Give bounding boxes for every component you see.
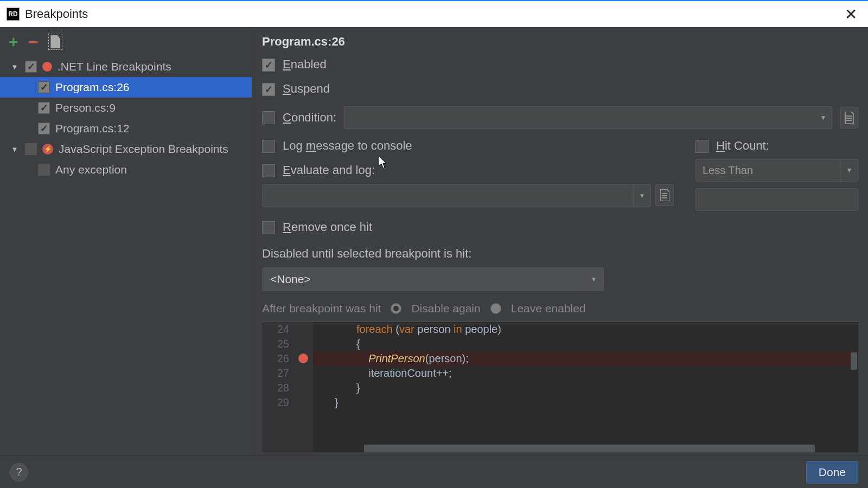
dropdown-icon[interactable]: ▼ <box>584 268 603 291</box>
enabled-checkbox[interactable] <box>262 59 275 72</box>
item-checkbox[interactable] <box>38 164 50 176</box>
code-line: } <box>313 381 858 395</box>
group-by-file-icon[interactable] <box>48 34 62 50</box>
line-num: 25 <box>262 337 289 351</box>
breakpoints-tree[interactable]: .NET Line Breakpoints Program.cs:26 Pers… <box>0 56 252 455</box>
evaluate-log-checkbox[interactable] <box>262 164 275 177</box>
group-label: .NET Line Breakpoints <box>58 60 171 73</box>
enabled-label: Enabled <box>283 57 327 72</box>
expand-icon[interactable] <box>10 144 20 154</box>
tree-group-js-exception[interactable]: ⚡ JavaScript Exception Breakpoints <box>0 139 252 159</box>
item-label: Program.cs:26 <box>55 81 130 94</box>
group-checkbox[interactable] <box>25 61 37 73</box>
radio-leave-enabled[interactable] <box>490 303 501 314</box>
suspend-checkbox[interactable] <box>262 83 275 96</box>
evaluate-log-input[interactable]: ▼ <box>262 184 651 207</box>
condition-label: Condition: <box>283 111 336 125</box>
item-checkbox[interactable] <box>38 123 50 134</box>
condition-dropdown-icon[interactable]: ▼ <box>815 106 832 129</box>
expand-icon[interactable] <box>10 62 20 72</box>
disabled-until-select[interactable]: <None> ▼ <box>262 267 604 291</box>
code-preview: 24 25 26 27 28 29 foreach (var person in… <box>262 322 858 452</box>
line-num: 28 <box>262 381 289 395</box>
log-message-checkbox[interactable] <box>262 140 275 153</box>
radio-leave-label: Leave enabled <box>511 302 586 315</box>
breakpoint-details-panel: Program.cs:26 Enabled Suspend Condition:… <box>252 27 868 455</box>
line-num: 29 <box>262 395 289 410</box>
log-message-label: Log message to console <box>283 139 412 153</box>
close-icon[interactable]: ✕ <box>840 3 861 25</box>
remove-once-hit-checkbox[interactable] <box>262 221 275 234</box>
dropdown-icon[interactable]: ▼ <box>840 159 858 181</box>
item-label: Person.cs:9 <box>55 101 116 114</box>
group-checkbox[interactable] <box>25 143 37 155</box>
hit-count-mode-value: Less Than <box>703 164 753 177</box>
code-body: foreach (var person in people) { PrintPe… <box>313 322 858 452</box>
done-button[interactable]: Done <box>806 461 858 484</box>
hit-count-checkbox[interactable] <box>695 140 709 153</box>
suspend-label: Suspend <box>283 82 330 97</box>
condition-input[interactable] <box>344 106 817 129</box>
exception-icon: ⚡ <box>42 144 53 155</box>
line-gutter: 24 25 26 27 28 29 <box>262 322 293 452</box>
expand-editor-icon[interactable] <box>655 184 674 206</box>
code-line: iterationCount++; <box>313 366 858 381</box>
hit-count-value-input[interactable] <box>695 188 858 211</box>
horizontal-scrollbar[interactable] <box>364 445 815 452</box>
titlebar: RD Breakpoints ✕ <box>0 0 868 27</box>
radio-disable-again[interactable] <box>391 303 401 314</box>
tree-item-any-exception[interactable]: Any exception <box>0 159 252 180</box>
line-num: 24 <box>262 322 289 337</box>
code-line: foreach (var person in people) <box>313 322 858 337</box>
line-num: 26 <box>262 351 289 366</box>
disabled-until-label: Disabled until selected breakpoint is hi… <box>262 247 858 261</box>
line-num: 27 <box>262 366 289 381</box>
item-checkbox[interactable] <box>38 81 50 93</box>
app-icon: RD <box>7 8 20 21</box>
evaluate-log-label: Evaluate and log: <box>283 163 375 178</box>
code-line-breakpoint: PrintPerson(person); <box>313 351 858 366</box>
after-hit-label: After breakpoint was hit <box>262 302 381 315</box>
tree-item-program-12[interactable]: Program.cs:12 <box>0 118 252 139</box>
tree-item-person-9[interactable]: Person.cs:9 <box>0 98 252 118</box>
breakpoints-tree-panel: + − .NET Line Breakpoints Program.cs:26 … <box>0 27 252 455</box>
code-line: { <box>313 337 858 351</box>
hit-count-label: Hit Count: <box>716 139 769 153</box>
add-breakpoint-button[interactable]: + <box>9 33 18 51</box>
condition-checkbox[interactable] <box>262 111 275 124</box>
dialog-bottom-bar: ? Done <box>0 455 868 488</box>
tree-item-program-26[interactable]: Program.cs:26 <box>0 77 252 98</box>
item-label: Any exception <box>55 163 127 176</box>
remove-once-hit-label: Remove once hit <box>283 220 372 235</box>
breakpoint-gutter[interactable] <box>293 322 313 452</box>
help-button[interactable]: ? <box>10 463 28 481</box>
evaluate-dropdown-icon[interactable]: ▼ <box>633 185 650 207</box>
tree-toolbar: + − <box>0 27 252 56</box>
group-label: JavaScript Exception Breakpoints <box>59 143 228 156</box>
expand-editor-icon[interactable] <box>840 107 858 129</box>
disabled-until-value: <None> <box>270 273 311 286</box>
breakpoint-dot-icon <box>42 62 52 72</box>
breakpoint-location-title: Program.cs:26 <box>262 35 858 49</box>
vertical-scrollbar[interactable] <box>851 352 857 370</box>
window-title: Breakpoints <box>25 7 840 21</box>
tree-group-net-line[interactable]: .NET Line Breakpoints <box>0 56 252 77</box>
item-label: Program.cs:12 <box>55 122 130 135</box>
hit-count-mode-select[interactable]: Less Than ▼ <box>695 159 858 182</box>
radio-disable-label: Disable again <box>411 302 480 315</box>
remove-breakpoint-button[interactable]: − <box>28 36 39 47</box>
item-checkbox[interactable] <box>38 102 50 114</box>
code-line: } <box>313 395 858 410</box>
breakpoint-marker-icon[interactable] <box>298 354 308 363</box>
